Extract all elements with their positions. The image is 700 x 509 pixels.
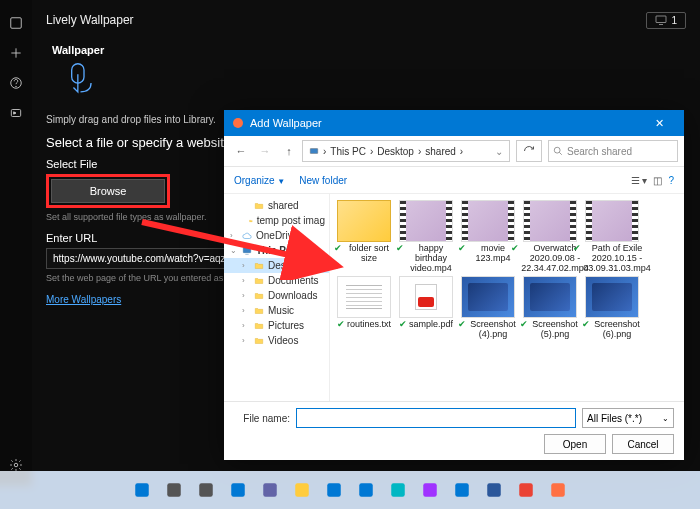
taskbar-photos-icon[interactable] <box>385 477 411 503</box>
folder-icon <box>254 261 264 271</box>
svg-rect-22 <box>455 483 469 497</box>
breadcrumb[interactable]: ›This PC ›Desktop ›shared › ⌄ <box>302 140 510 162</box>
tree-item[interactable]: temp post imag <box>224 213 329 228</box>
file-item[interactable]: ✔Overwatch 2020.09.08 - 22.34.47.02.mp4 <box>520 200 580 274</box>
svg-rect-21 <box>423 483 437 497</box>
folder-tree[interactable]: sharedtemp post imag›OneDrive⌄This PC›De… <box>224 194 330 401</box>
sync-check-icon: ✔ <box>520 320 528 330</box>
svg-rect-23 <box>487 483 501 497</box>
tree-item[interactable]: ›Videos <box>224 333 329 348</box>
search-input[interactable]: Search shared <box>548 140 678 162</box>
file-type-filter[interactable]: All Files (*.*)⌄ <box>582 408 674 428</box>
cloud-icon <box>242 231 252 241</box>
file-grid[interactable]: ✔folder sort size✔happy birthday video.m… <box>330 194 684 401</box>
file-name: ✔Screenshot (5).png <box>520 320 580 340</box>
close-icon[interactable]: ✕ <box>642 117 676 130</box>
sync-check-icon: ✔ <box>396 244 404 254</box>
file-name-input[interactable] <box>296 408 576 428</box>
tree-item[interactable]: ›Desktop <box>224 258 329 273</box>
cancel-button[interactable]: Cancel <box>612 434 674 454</box>
help-dialog-icon[interactable]: ? <box>668 175 674 186</box>
new-folder-button[interactable]: New folder <box>299 175 347 186</box>
folder-icon <box>249 216 253 226</box>
taskbar-chrome-icon[interactable] <box>513 477 539 503</box>
tree-item[interactable]: ⌄This PC <box>224 243 329 258</box>
sync-check-icon: ✔ <box>573 244 581 254</box>
tree-item-label: Documents <box>268 275 319 286</box>
stream-icon[interactable] <box>9 106 23 122</box>
refresh-icon[interactable] <box>516 140 542 162</box>
app-title: Lively Wallpaper <box>46 13 134 27</box>
monitor-picker[interactable]: 1 <box>646 12 686 29</box>
svg-rect-20 <box>391 483 405 497</box>
tree-item[interactable]: ›Pictures <box>224 318 329 333</box>
tree-item[interactable]: ›Downloads <box>224 288 329 303</box>
taskbar-mail-icon[interactable] <box>353 477 379 503</box>
taskbar-tasks-icon[interactable] <box>193 477 219 503</box>
svg-point-10 <box>554 147 560 153</box>
tree-item[interactable]: shared <box>224 198 329 213</box>
sync-check-icon: ✔ <box>511 244 519 254</box>
tree-item-label: temp post imag <box>257 215 325 226</box>
dialog-app-icon <box>232 117 244 129</box>
file-item[interactable]: ✔routines.txt <box>334 276 394 340</box>
help-icon[interactable] <box>9 76 23 92</box>
sync-check-icon: ✔ <box>337 320 345 330</box>
taskbar-store-icon[interactable] <box>321 477 347 503</box>
taskbar-chat-icon[interactable] <box>257 477 283 503</box>
tree-item-label: Desktop <box>268 260 305 271</box>
tree-item-label: Music <box>268 305 294 316</box>
file-item[interactable]: ✔Screenshot (5).png <box>520 276 580 340</box>
browse-button[interactable]: Browse <box>51 179 165 203</box>
tree-item-label: This PC <box>256 245 293 256</box>
preview-pane-icon[interactable]: ◫ <box>653 175 662 186</box>
file-item[interactable]: ✔sample.pdf <box>396 276 456 340</box>
file-thumb <box>523 200 577 242</box>
file-name: ✔Screenshot (4).png <box>458 320 518 340</box>
nav-back-icon[interactable]: ← <box>230 140 252 162</box>
svg-rect-16 <box>263 483 277 497</box>
tree-item[interactable]: ›Music <box>224 303 329 318</box>
svg-point-2 <box>16 86 17 87</box>
tree-item-label: Downloads <box>268 290 317 301</box>
file-name: ✔routines.txt <box>337 320 391 330</box>
more-wallpapers-link[interactable]: More Wallpapers <box>46 294 121 305</box>
taskbar-start-icon[interactable] <box>129 477 155 503</box>
file-thumb <box>337 276 391 318</box>
nav-up-icon[interactable]: ↑ <box>278 140 300 162</box>
file-item[interactable]: ✔happy birthday video.mp4 <box>396 200 456 274</box>
file-item[interactable]: ✔movie 123.mp4 <box>458 200 518 274</box>
add-icon[interactable] <box>9 46 23 62</box>
library-icon[interactable] <box>9 16 23 32</box>
taskbar-edge-icon[interactable] <box>449 477 475 503</box>
tree-item[interactable]: ›OneDrive <box>224 228 329 243</box>
tree-item-label: Pictures <box>268 320 304 331</box>
taskbar-explorer-icon[interactable] <box>289 477 315 503</box>
organize-menu[interactable]: Organize ▼ <box>234 175 285 186</box>
file-item[interactable]: ✔Path of Exile 2020.10.15 - 03.09.31.03.… <box>582 200 642 274</box>
folder-icon <box>254 276 264 286</box>
tree-item[interactable]: ›Documents <box>224 273 329 288</box>
svg-rect-13 <box>167 483 181 497</box>
svg-rect-9 <box>310 149 318 154</box>
drag-target-icon <box>66 62 686 108</box>
nav-fwd-icon[interactable]: → <box>254 140 276 162</box>
folder-icon <box>254 291 264 301</box>
file-thumb <box>461 276 515 318</box>
dialog-title: Add Wallpaper <box>250 117 322 129</box>
taskbar-messenger-icon[interactable] <box>417 477 443 503</box>
taskbar-lively-icon[interactable] <box>545 477 571 503</box>
view-options-icon[interactable]: ☰ ▾ <box>631 175 648 186</box>
file-item[interactable]: ✔folder sort size <box>334 200 394 274</box>
file-item[interactable]: ✔Screenshot (6).png <box>582 276 642 340</box>
taskbar-widgets-icon[interactable] <box>225 477 251 503</box>
taskbar-word-icon[interactable] <box>481 477 507 503</box>
file-item[interactable]: ✔Screenshot (4).png <box>458 276 518 340</box>
open-button[interactable]: Open <box>544 434 606 454</box>
taskbar[interactable] <box>0 471 700 509</box>
svg-rect-19 <box>359 483 373 497</box>
taskbar-search-icon[interactable] <box>161 477 187 503</box>
svg-rect-0 <box>11 18 22 29</box>
file-thumb <box>399 276 453 318</box>
svg-rect-25 <box>551 483 565 497</box>
